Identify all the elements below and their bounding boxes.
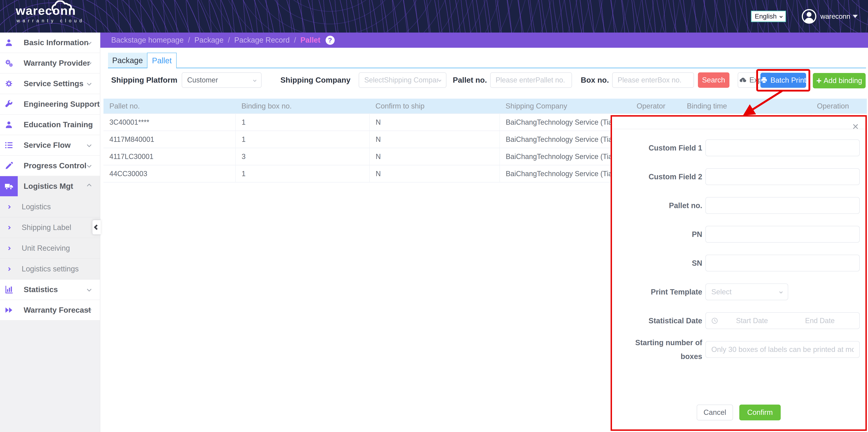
sidebar-item-engineering-support[interactable]: Engineering Support [0,94,100,115]
language-select[interactable]: English [751,11,786,22]
pn-input[interactable] [705,226,860,242]
caret-down-icon[interactable] [852,15,858,18]
sidebar-item-progress-control[interactable]: Progress Control [0,156,100,176]
print-template-label: Print Template [618,285,702,299]
forward-icon [4,306,13,315]
help-icon[interactable]: ? [326,36,335,45]
wrench-icon [4,99,13,109]
chevron-down-icon [87,307,91,312]
truck-icon [4,181,13,191]
start-date-placeholder: Start Date [718,317,786,325]
pencil-icon [4,161,13,170]
pn-label: PN [618,227,702,241]
pallet-no-input[interactable]: Please enterPallet no. [490,73,572,88]
custom-field-1-input[interactable] [705,140,860,156]
col-pallet-no[interactable]: Pallet no. [103,98,236,114]
breadcrumb-package-record[interactable]: Package Record [234,36,290,45]
user-icon [4,38,13,47]
chevron-down-icon [253,78,256,82]
chevron-down-icon [87,102,91,106]
sidebar-subitem-logistics[interactable]: Logistics [0,197,100,218]
chevron-right-icon [7,226,11,230]
sidebar-item-statistics[interactable]: Statistics [0,280,100,300]
custom-field-2-label: Custom Field 2 [618,170,702,184]
sidebar-item-service-settings[interactable]: Service Settings [0,74,100,94]
modal-pallet-no-input[interactable] [705,197,860,214]
username[interactable]: wareconn [820,12,850,20]
tab-bar: Package Pallet [108,53,866,68]
sidebar-subitem-logistics-settings[interactable]: Logistics settings [0,259,100,280]
cogs-icon [4,59,13,68]
sn-label: SN [618,256,702,270]
chevron-right-icon [7,247,11,250]
chevron-down-icon [87,81,91,86]
custom-field-2-input[interactable] [705,168,860,185]
modal-header: × [612,117,865,129]
shipping-company-select[interactable]: SelectShipping Company [359,73,446,88]
shipping-company-label: Shipping Company [280,76,350,84]
breadcrumb: Backstage homepage / Package / Package R… [100,33,868,48]
sidebar-item-warranty-forecast[interactable]: Warranty Forecast [0,300,100,321]
search-button[interactable]: Search [698,73,730,88]
breadcrumb-separator: / [188,36,190,45]
sn-input[interactable] [705,255,860,271]
batch-print-modal: × Custom Field 1 Custom Field 2 Pallet n… [611,115,867,431]
cancel-button[interactable]: Cancel [697,405,733,420]
user-icon [4,120,13,129]
confirm-button[interactable]: Confirm [739,405,781,420]
col-confirm-to-ship[interactable]: Confirm to ship [370,98,500,114]
breadcrumb-separator: / [228,36,230,45]
chevron-down-icon [87,142,91,147]
sidebar-item-education-training[interactable]: Education Training [0,115,100,135]
col-binding-box-no[interactable]: Binding box no. [236,98,370,114]
col-operator[interactable]: Operator [631,98,681,114]
custom-field-1-label: Custom Field 1 [618,141,702,155]
clock-icon [711,317,718,324]
filter-bar: Shipping Platform Customer Shipping Comp… [100,72,868,88]
sidebar-filler [0,321,100,432]
col-binding-time[interactable]: Binding time [681,98,811,114]
box-no-label: Box no. [581,76,609,84]
starting-number-of-boxes-label: Starting number of boxes [618,336,702,363]
gear-icon [4,79,13,88]
breadcrumb-backstage-homepage[interactable]: Backstage homepage [111,36,184,45]
sidebar-item-warranty-provider[interactable]: Warranty Provider [0,53,100,74]
logo-subtitle: warranty cloud [17,18,85,24]
chevron-down-icon [87,163,91,168]
shipping-platform-select[interactable]: Customer [182,73,261,88]
chevron-left-icon [94,225,99,230]
sidebar-item-logistics-mgt[interactable]: Logistics Mgt [0,176,100,197]
tab-pallet[interactable]: Pallet [147,53,177,68]
chevron-right-icon [7,205,11,209]
tab-package[interactable]: Package [108,53,147,68]
statistical-date-range-picker[interactable]: Start Date End Date [705,312,860,329]
sidebar-subitem-shipping-label[interactable]: Shipping Label [0,218,100,238]
batch-print-button[interactable]: Batch Print [761,73,806,88]
close-icon[interactable]: × [852,121,859,132]
col-shipping-company[interactable]: Shipping Company [500,98,631,114]
sidebar-subitem-unit-receiving[interactable]: Unit Receiving [0,238,100,259]
modal-pallet-no-label: Pallet no. [618,199,702,212]
top-header: wareconn warranty cloud English wareconn [0,0,868,33]
starting-number-of-boxes-input[interactable]: Only 30 boxes of labels can be printed a… [705,341,860,358]
table-header-row: Pallet no. Binding box no. Confirm to sh… [103,98,867,114]
sidebar-item-service-flow[interactable]: Service Flow [0,135,100,156]
chevron-down-icon [87,40,91,45]
print-template-select[interactable]: Select [705,284,788,300]
sidebar-item-basic-information[interactable]: Basic Information [0,33,100,53]
language-value: English [755,12,777,20]
plus-icon: + [816,77,822,85]
end-date-placeholder: End Date [786,317,854,325]
list-icon [4,141,13,150]
printer-icon [761,77,768,84]
box-no-input[interactable]: Please enterBox no. [612,73,694,88]
add-binding-button[interactable]: + Add binding [813,73,866,88]
col-operation[interactable]: Operation [811,98,867,114]
chevron-up-icon [87,183,91,188]
statistical-date-label: Statistical Date [618,314,702,328]
sidebar-collapse-button[interactable] [92,220,101,235]
avatar[interactable] [801,9,817,24]
logo[interactable]: wareconn warranty cloud [16,4,85,24]
chevron-down-icon [779,290,783,293]
breadcrumb-package[interactable]: Package [194,36,223,45]
